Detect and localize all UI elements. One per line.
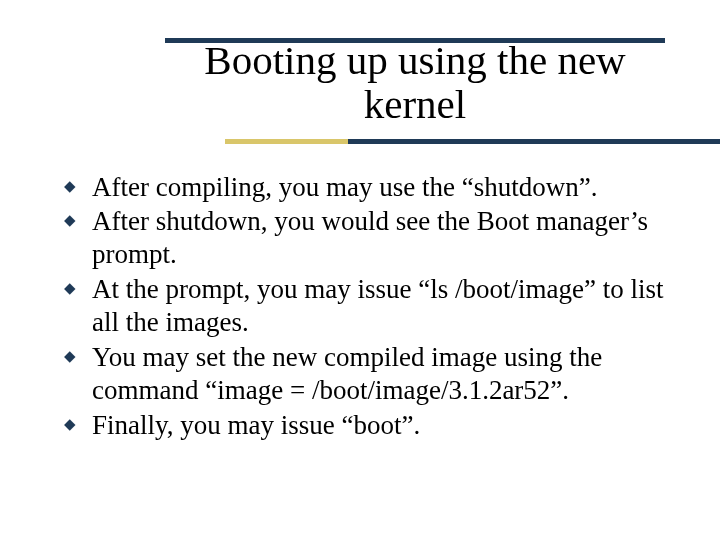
rule-accent-gold xyxy=(225,139,350,144)
list-item: You may set the new compiled image using… xyxy=(60,341,670,407)
slide-body: After compiling, you may use the “shutdo… xyxy=(0,147,720,443)
bullet-list: After compiling, you may use the “shutdo… xyxy=(60,171,670,443)
rule-top xyxy=(165,38,665,43)
list-item: After compiling, you may use the “shutdo… xyxy=(60,171,670,204)
rule-accent-navy xyxy=(348,139,720,144)
slide: Booting up using the new kernel After co… xyxy=(0,0,720,540)
list-item: After shutdown, you would see the Boot m… xyxy=(60,205,670,271)
list-item: At the prompt, you may issue “ls /boot/i… xyxy=(60,273,670,339)
rule-bottom xyxy=(170,135,660,147)
title-block: Booting up using the new kernel xyxy=(0,0,720,147)
list-item: Finally, you may issue “boot”. xyxy=(60,409,670,442)
